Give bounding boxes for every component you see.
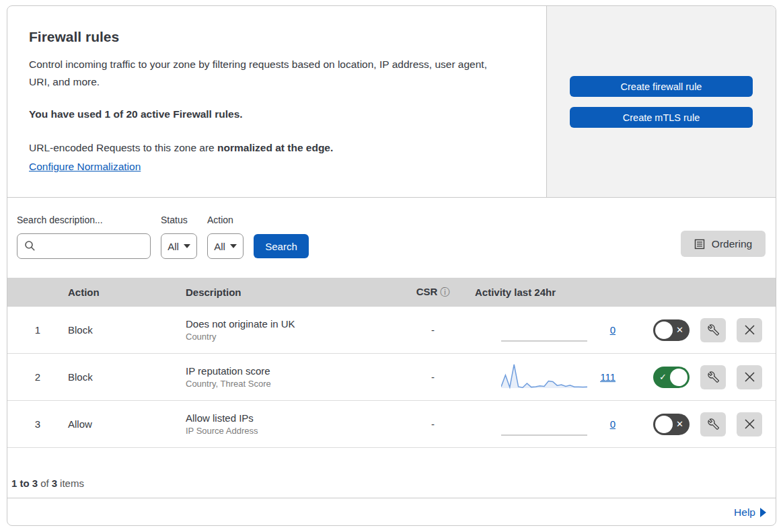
pagination-total: 3	[52, 478, 57, 489]
rule-priority: 1	[7, 324, 68, 336]
wrench-icon	[708, 324, 719, 336]
normalization-bold: normalized at the edge.	[217, 142, 333, 153]
help-link[interactable]: Help	[734, 506, 766, 519]
search-button[interactable]: Search	[254, 234, 309, 258]
cta-panel: Create firewall rule Create mTLS rule	[546, 6, 776, 197]
toggle-knob	[670, 369, 687, 386]
edit-rule-button[interactable]	[700, 318, 726, 342]
search-label: Search description...	[17, 215, 151, 225]
filter-section: Search description... Status All Action	[7, 198, 776, 278]
wrench-icon	[708, 371, 719, 383]
status-dropdown[interactable]: All	[161, 233, 197, 259]
rule-csr: -	[401, 418, 465, 430]
rule-description-cell: IP reputation score Country, Threat Scor…	[186, 365, 401, 389]
rule-controls: ✕	[620, 318, 776, 342]
firewall-rules-card: Firewall rules Control incoming traffic …	[7, 5, 776, 526]
rule-action: Allow	[68, 418, 186, 430]
search-input[interactable]	[17, 233, 151, 259]
rule-csr: -	[401, 324, 465, 336]
activity-sparkline	[501, 362, 587, 393]
toggle-state-icon: ✕	[676, 325, 683, 335]
close-icon	[745, 419, 755, 429]
help-bar: Help	[7, 498, 776, 526]
table-row: 2 Block IP reputation score Country, Thr…	[7, 354, 776, 401]
rule-enabled-toggle[interactable]: ✓	[653, 367, 690, 388]
toggle-state-icon: ✓	[659, 372, 667, 382]
rule-description-cell: Allow listed IPs IP Source Address	[186, 412, 401, 436]
rule-description: IP reputation score	[186, 365, 401, 377]
pagination-range: 1 to 3	[11, 478, 38, 489]
rule-enabled-toggle[interactable]: ✕	[653, 414, 690, 435]
rule-controls: ✕	[620, 412, 776, 436]
status-label: Status	[161, 215, 197, 225]
rule-fields: Country, Threat Score	[186, 379, 401, 389]
rule-description: Allow listed IPs	[186, 412, 401, 424]
rule-enabled-toggle[interactable]: ✕	[653, 319, 690, 341]
activity-count-link[interactable]: 0	[597, 418, 616, 430]
rule-fields: Country	[186, 332, 401, 342]
toggle-knob	[655, 321, 673, 339]
usage-summary: You have used 1 of 20 active Firewall ru…	[29, 106, 507, 123]
toggle-state-icon: ✕	[676, 419, 683, 429]
chevron-down-icon	[230, 244, 237, 248]
table-header: Action Description CSRⓘ Activity last 24…	[7, 278, 776, 307]
delete-rule-button[interactable]	[737, 318, 762, 342]
intro-block: Firewall rules Control incoming traffic …	[7, 6, 546, 197]
activity-sparkline	[501, 315, 587, 346]
pagination-of: of	[40, 478, 49, 489]
arrow-right-icon	[760, 508, 766, 517]
rule-action: Block	[68, 371, 186, 383]
header-section: Firewall rules Control incoming traffic …	[7, 6, 776, 198]
rule-description-cell: Does not originate in UK Country	[186, 318, 401, 342]
rule-controls: ✓	[620, 365, 776, 389]
ordering-button-label: Ordering	[712, 238, 752, 250]
pagination-summary: 1 to 3 of 3 items	[7, 448, 776, 498]
close-icon	[745, 372, 755, 382]
table-row: 1 Block Does not originate in UK Country…	[7, 307, 776, 354]
activity-sparkline	[501, 409, 587, 440]
rule-csr: -	[401, 371, 465, 383]
activity-count-link[interactable]: 111	[597, 371, 616, 383]
activity-count-link[interactable]: 0	[597, 324, 616, 336]
wrench-icon	[708, 418, 719, 430]
delete-rule-button[interactable]	[737, 365, 762, 389]
action-label: Action	[207, 215, 244, 225]
rule-description: Does not originate in UK	[186, 318, 401, 330]
rule-priority: 3	[7, 418, 68, 430]
create-mtls-rule-button[interactable]: Create mTLS rule	[570, 107, 753, 128]
table-row: 3 Allow Allow listed IPs IP Source Addre…	[7, 401, 776, 448]
search-icon	[24, 240, 36, 252]
column-header-action: Action	[68, 287, 186, 298]
rule-action: Block	[68, 324, 186, 336]
toggle-knob	[655, 416, 673, 433]
chevron-down-icon	[184, 244, 190, 248]
configure-normalization-link[interactable]: Configure Normalization	[29, 161, 141, 172]
rule-priority: 2	[7, 371, 68, 383]
create-firewall-rule-button[interactable]: Create firewall rule	[570, 76, 753, 97]
action-dropdown[interactable]: All	[207, 233, 244, 259]
pagination-items: items	[60, 478, 84, 489]
edit-rule-button[interactable]	[700, 365, 726, 389]
page-title: Firewall rules	[29, 29, 519, 45]
normalization-text: URL-encoded Requests to this zone are	[29, 142, 217, 153]
action-dropdown-value: All	[214, 241, 225, 252]
rule-activity-cell: 111	[465, 362, 620, 393]
column-header-activity: Activity last 24hr	[465, 287, 620, 298]
column-header-description: Description	[186, 287, 401, 298]
column-header-csr: CSRⓘ	[401, 286, 465, 299]
help-label: Help	[734, 506, 755, 519]
rule-activity-cell: 0	[465, 315, 620, 346]
rule-activity-cell: 0	[465, 409, 620, 440]
close-icon	[745, 325, 755, 335]
info-icon[interactable]: ⓘ	[440, 287, 449, 297]
page-description: Control incoming traffic to your zone by…	[29, 56, 507, 91]
rule-fields: IP Source Address	[186, 426, 401, 436]
edit-rule-button[interactable]	[700, 412, 726, 436]
delete-rule-button[interactable]	[737, 412, 762, 436]
normalization-note: URL-encoded Requests to this zone are no…	[29, 139, 507, 157]
ordering-list-icon	[694, 239, 705, 250]
status-dropdown-value: All	[168, 241, 179, 252]
ordering-button[interactable]: Ordering	[681, 231, 766, 257]
